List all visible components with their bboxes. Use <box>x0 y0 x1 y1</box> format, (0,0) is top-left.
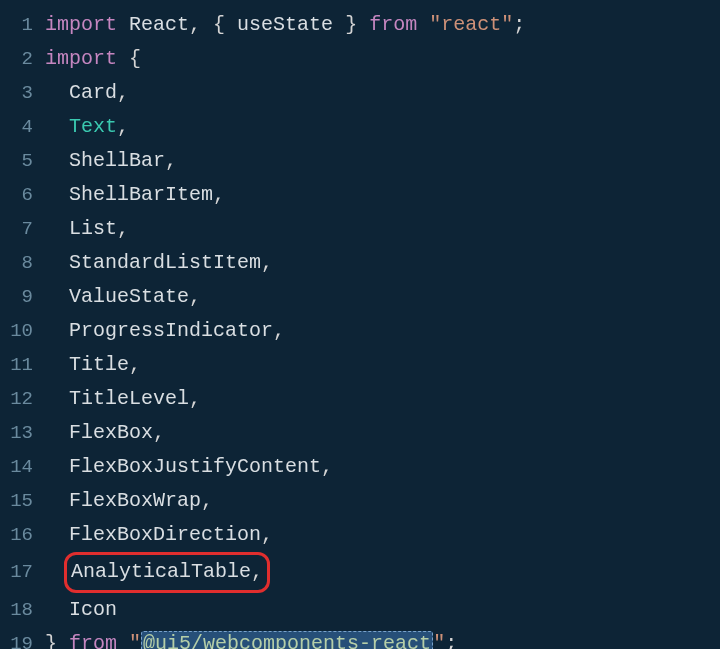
indent <box>45 285 69 308</box>
comma: , <box>153 421 165 444</box>
code-line[interactable]: 13 FlexBox, <box>0 416 720 450</box>
comma: , <box>321 455 333 478</box>
space <box>117 13 129 36</box>
code-line[interactable]: 16 FlexBoxDirection, <box>0 518 720 552</box>
code-line[interactable]: 8 StandardListItem, <box>0 246 720 280</box>
brace-open: { <box>129 47 141 70</box>
line-number: 17 <box>0 556 45 588</box>
line-content[interactable]: FlexBox, <box>45 416 720 450</box>
line-content[interactable]: ShellBarItem, <box>45 178 720 212</box>
code-line[interactable]: 10 ProgressIndicator, <box>0 314 720 348</box>
comma: , <box>261 251 273 274</box>
code-line[interactable]: 1 import React, { useState } from "react… <box>0 8 720 42</box>
line-number: 14 <box>0 451 45 483</box>
comma: , <box>165 149 177 172</box>
code-line[interactable]: 7 List, <box>0 212 720 246</box>
indent <box>45 455 69 478</box>
line-content[interactable]: TitleLevel, <box>45 382 720 416</box>
space <box>417 13 429 36</box>
line-number: 16 <box>0 519 45 551</box>
comma: , <box>117 217 129 240</box>
line-content[interactable]: Card, <box>45 76 720 110</box>
line-content[interactable]: Title, <box>45 348 720 382</box>
indent <box>45 421 69 444</box>
brace-close: } <box>45 632 57 649</box>
line-content[interactable]: Icon <box>45 593 720 627</box>
ident-react: React <box>129 13 189 36</box>
line-number: 10 <box>0 315 45 347</box>
code-line[interactable]: 9 ValueState, <box>0 280 720 314</box>
ident-flexboxwrap: FlexBoxWrap <box>69 489 201 512</box>
ident-standardlistitem: StandardListItem <box>69 251 261 274</box>
keyword-from: from <box>69 632 117 649</box>
ident-progressindicator: ProgressIndicator <box>69 319 273 342</box>
indent <box>45 387 69 410</box>
line-content[interactable]: ValueState, <box>45 280 720 314</box>
ident-valuestate: ValueState <box>69 285 189 308</box>
line-content[interactable]: Text, <box>45 110 720 144</box>
line-number: 18 <box>0 594 45 626</box>
keyword-import: import <box>45 47 117 70</box>
code-editor[interactable]: 1 import React, { useState } from "react… <box>0 8 720 649</box>
ident-text: Text <box>69 115 117 138</box>
line-content[interactable]: AnalyticalTable, <box>45 552 720 593</box>
space <box>225 13 237 36</box>
indent <box>45 251 69 274</box>
ident-shellbaritem: ShellBarItem <box>69 183 213 206</box>
indent <box>45 489 69 512</box>
ident-icon: Icon <box>69 598 117 621</box>
ident-flexboxjustifycontent: FlexBoxJustifyContent <box>69 455 321 478</box>
line-number: 2 <box>0 43 45 75</box>
space <box>117 47 129 70</box>
code-line[interactable]: 4 Text, <box>0 110 720 144</box>
code-line[interactable]: 6 ShellBarItem, <box>0 178 720 212</box>
indent <box>45 115 69 138</box>
code-line[interactable]: 14 FlexBoxJustifyContent, <box>0 450 720 484</box>
comma: , <box>201 489 213 512</box>
keyword-import: import <box>45 13 117 36</box>
line-content[interactable]: List, <box>45 212 720 246</box>
line-content[interactable]: ProgressIndicator, <box>45 314 720 348</box>
line-number: 13 <box>0 417 45 449</box>
brace-close: } <box>345 13 357 36</box>
space <box>333 13 345 36</box>
line-content[interactable]: FlexBoxWrap, <box>45 484 720 518</box>
indent <box>45 353 69 376</box>
line-content[interactable]: } from "@ui5/webcomponents-react"; <box>45 627 720 649</box>
ident-list: List <box>69 217 117 240</box>
code-line[interactable]: 15 FlexBoxWrap, <box>0 484 720 518</box>
comma: , <box>189 387 201 410</box>
comma: , <box>129 353 141 376</box>
indent <box>45 183 69 206</box>
code-line[interactable]: 19 } from "@ui5/webcomponents-react"; <box>0 627 720 649</box>
indent <box>45 598 69 621</box>
code-line[interactable]: 17 AnalyticalTable, <box>0 552 720 593</box>
code-line[interactable]: 2 import { <box>0 42 720 76</box>
code-line[interactable]: 5 ShellBar, <box>0 144 720 178</box>
line-content[interactable]: ShellBar, <box>45 144 720 178</box>
line-number: 1 <box>0 9 45 41</box>
semicolon: ; <box>445 632 457 649</box>
string-quote-open: " <box>129 632 141 649</box>
line-content[interactable]: FlexBoxJustifyContent, <box>45 450 720 484</box>
code-line[interactable]: 3 Card, <box>0 76 720 110</box>
line-number: 12 <box>0 383 45 415</box>
code-line[interactable]: 18 Icon <box>0 593 720 627</box>
string-quote-close: " <box>433 632 445 649</box>
line-content[interactable]: import { <box>45 42 720 76</box>
comma: , <box>189 285 201 308</box>
code-line[interactable]: 11 Title, <box>0 348 720 382</box>
line-content[interactable]: FlexBoxDirection, <box>45 518 720 552</box>
line-number: 7 <box>0 213 45 245</box>
line-number: 9 <box>0 281 45 313</box>
comma: , <box>213 183 225 206</box>
indent <box>45 149 69 172</box>
line-content[interactable]: import React, { useState } from "react"; <box>45 8 720 42</box>
line-number: 19 <box>0 628 45 649</box>
ident-flexboxdirection: FlexBoxDirection <box>69 523 261 546</box>
line-content[interactable]: StandardListItem, <box>45 246 720 280</box>
ident-title: Title <box>69 353 129 376</box>
space <box>201 13 213 36</box>
code-line[interactable]: 12 TitleLevel, <box>0 382 720 416</box>
ident-shellbar: ShellBar <box>69 149 165 172</box>
